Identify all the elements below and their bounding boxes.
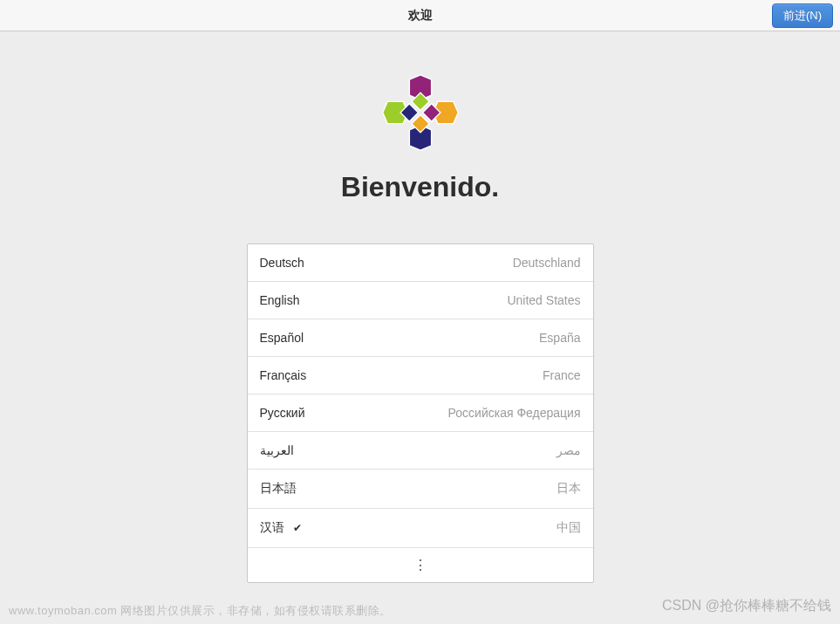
language-name: العربية	[260, 443, 294, 457]
language-name: Français	[260, 368, 307, 382]
welcome-heading: Bienvenido.	[341, 171, 499, 203]
check-icon: ✔	[293, 522, 302, 534]
more-icon: ⋮	[413, 557, 427, 573]
language-name: Deutsch	[260, 256, 304, 270]
watermark-right: CSDN @抢你棒棒糖不给钱	[662, 597, 831, 615]
language-list: Deutsch Deutschland English United State…	[247, 243, 594, 583]
window-title: 欢迎	[408, 8, 433, 24]
language-row[interactable]: Français France	[248, 357, 593, 394]
language-country: Deutschland	[513, 256, 581, 270]
language-country: مصر	[557, 443, 581, 457]
centos-logo	[381, 73, 460, 152]
language-name: Русский	[260, 406, 305, 420]
next-button[interactable]: 前进(N)	[772, 3, 833, 28]
header-bar: 欢迎 前进(N)	[0, 0, 840, 31]
language-country: France	[543, 368, 581, 382]
language-country: 中国	[557, 520, 581, 536]
language-country: Российская Федерация	[448, 406, 581, 420]
language-row[interactable]: Español España	[248, 319, 593, 357]
language-row[interactable]: العربية مصر	[248, 432, 593, 470]
language-country: España	[539, 331, 580, 345]
language-name: English	[260, 293, 300, 307]
language-row[interactable]: 日本語 日本	[248, 470, 593, 509]
main-content: Bienvenido. Deutsch Deutschland English …	[0, 31, 840, 583]
language-country: 日本	[557, 481, 581, 497]
language-row[interactable]: Deutsch Deutschland	[248, 244, 593, 282]
language-row[interactable]: 汉语 ✔ 中国	[248, 509, 593, 548]
language-row[interactable]: English United States	[248, 282, 593, 319]
language-row[interactable]: Русский Российская Федерация	[248, 394, 593, 432]
more-languages-button[interactable]: ⋮	[248, 548, 593, 582]
language-country: United States	[507, 293, 580, 307]
language-name: 汉语 ✔	[260, 520, 302, 536]
language-name: 日本語	[260, 481, 297, 497]
watermark-left: www.toymoban.com 网络图片仅供展示，非存储，如有侵权请联系删除。	[9, 603, 392, 619]
language-name: Español	[260, 331, 304, 345]
